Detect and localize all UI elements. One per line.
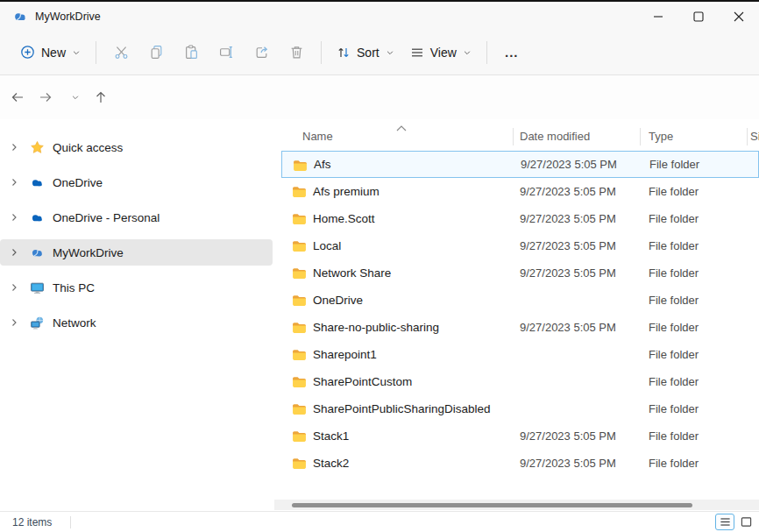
sidebar-item-quick-access[interactable]: Quick access: [0, 134, 273, 160]
folder-icon: [292, 320, 307, 335]
sort-button[interactable]: Sort: [329, 37, 402, 68]
file-date-modified: 9/27/2023 5:05 PM: [520, 212, 616, 225]
scrollbar-thumb[interactable]: [292, 503, 692, 507]
chevron-right-icon[interactable]: [9, 282, 19, 293]
file-name: SharePointPublicSharingDisabled: [313, 402, 491, 415]
folder-icon: [292, 184, 307, 199]
main-area: Quick access OneDrive OneDrive - Persona…: [0, 119, 759, 513]
plus-circle-icon: [20, 45, 35, 60]
sidebar-item-label: OneDrive: [53, 176, 103, 189]
chevron-right-icon[interactable]: [9, 142, 19, 153]
file-row[interactable]: Afs 9/27/2023 5:05 PM File folder: [281, 151, 759, 178]
file-name: Local: [313, 239, 341, 252]
cut-button[interactable]: [103, 37, 138, 68]
forward-button[interactable]: [33, 85, 58, 110]
file-row[interactable]: Local 9/27/2023 5:05 PM File folder: [281, 232, 759, 259]
sidebar-item-myworkdrive[interactable]: MyWorkDrive: [0, 239, 273, 266]
column-divider[interactable]: [640, 128, 641, 145]
file-row[interactable]: OneDrive File folder: [281, 287, 759, 314]
file-row[interactable]: Share-no-public-sharing 9/27/2023 5:05 P…: [281, 314, 759, 341]
file-date-modified: 9/27/2023 5:05 PM: [520, 185, 616, 198]
window-controls: [638, 4, 759, 30]
myworkdrive-app-icon: [12, 9, 28, 25]
sort-button-label: Sort: [357, 46, 380, 60]
file-type: File folder: [649, 375, 699, 388]
file-row[interactable]: Stack2 9/27/2023 5:05 PM File folder: [281, 450, 759, 477]
file-type: File folder: [649, 321, 699, 334]
column-header-type[interactable]: Type: [649, 130, 673, 143]
sidebar-item-this-pc[interactable]: This PC: [0, 274, 273, 301]
arrow-right-icon: [39, 90, 53, 104]
minimize-icon: [653, 11, 663, 22]
file-date-modified: 9/27/2023 5:05 PM: [520, 457, 616, 470]
copy-button[interactable]: [138, 37, 174, 68]
details-view-toggle[interactable]: [715, 514, 734, 530]
file-name: Stack2: [313, 457, 349, 470]
thumbnail-view-toggle[interactable]: [736, 514, 755, 530]
file-name: SharePointCustom: [313, 375, 412, 388]
share-icon: [254, 45, 269, 60]
arrow-left-icon: [11, 90, 25, 104]
cut-icon: [114, 45, 129, 60]
file-type: File folder: [649, 402, 699, 415]
myworkdrive-cloud-icon: [30, 245, 45, 260]
file-type: File folder: [649, 457, 699, 470]
thumbnail-view-icon: [741, 516, 752, 528]
file-row[interactable]: Afs premium 9/27/2023 5:05 PM File folde…: [281, 178, 759, 205]
sidebar-item-onedrive-personal[interactable]: OneDrive - Personal: [0, 204, 273, 231]
file-row[interactable]: Home.Scott 9/27/2023 5:05 PM File folder: [281, 205, 759, 232]
back-button[interactable]: [5, 85, 30, 110]
column-divider[interactable]: [747, 128, 748, 145]
column-header-date-modified[interactable]: Date modified: [520, 130, 590, 143]
folder-icon: [292, 238, 307, 253]
file-row[interactable]: SharePointPublicSharingDisabled File fol…: [281, 395, 759, 422]
more-options-button[interactable]: ...: [494, 37, 529, 68]
view-button-label: View: [430, 46, 457, 60]
file-row[interactable]: Sharepoint1 File folder: [281, 341, 759, 368]
folder-icon: [292, 347, 307, 362]
details-view-icon: [720, 516, 731, 528]
copy-icon: [149, 45, 164, 60]
chevron-right-icon[interactable]: [9, 177, 19, 188]
file-row[interactable]: SharePointCustom File folder: [281, 368, 759, 395]
file-name: OneDrive: [313, 294, 363, 307]
column-divider[interactable]: [513, 128, 514, 145]
new-button[interactable]: New: [12, 37, 89, 68]
horizontal-scrollbar[interactable]: [274, 500, 759, 510]
chevron-right-icon[interactable]: [9, 247, 19, 258]
file-type: File folder: [649, 294, 699, 307]
arrow-up-icon: [94, 90, 108, 104]
navigation-bar: MyWorkDrive: [0, 75, 759, 119]
share-button[interactable]: [244, 37, 279, 68]
sidebar-item-onedrive[interactable]: OneDrive: [0, 169, 273, 195]
column-header-name[interactable]: Name: [302, 130, 333, 143]
rename-icon: [219, 45, 234, 60]
paste-button[interactable]: [174, 37, 209, 68]
titlebar: MyWorkDrive: [0, 4, 759, 30]
rename-button[interactable]: [209, 37, 244, 68]
maximize-button[interactable]: [678, 4, 719, 30]
file-row[interactable]: Stack1 9/27/2023 5:05 PM File folder: [281, 422, 759, 450]
view-button[interactable]: View: [402, 37, 479, 68]
file-name: Share-no-public-sharing: [313, 321, 439, 334]
sidebar-item-label: This PC: [53, 281, 95, 294]
recent-locations-button[interactable]: [63, 85, 88, 110]
file-row[interactable]: Network Share 9/27/2023 5:05 PM File fol…: [281, 259, 759, 287]
chevron-right-icon[interactable]: [9, 212, 19, 223]
file-type: File folder: [649, 158, 699, 171]
chevron-right-icon[interactable]: [9, 317, 19, 328]
trash-icon: [289, 45, 304, 60]
folder-icon: [292, 211, 307, 226]
delete-button[interactable]: [279, 37, 314, 68]
chevron-down-icon: [386, 48, 394, 57]
file-type: File folder: [649, 185, 699, 198]
close-button[interactable]: [719, 4, 759, 30]
column-header-size[interactable]: Si: [750, 130, 759, 143]
folder-icon: [292, 293, 307, 308]
computer-icon: [30, 280, 45, 295]
sidebar-item-label: MyWorkDrive: [53, 246, 124, 259]
file-name: Sharepoint1: [313, 348, 377, 361]
minimize-button[interactable]: [638, 4, 678, 30]
sidebar-item-network[interactable]: Network: [0, 309, 273, 336]
up-button[interactable]: [89, 85, 113, 110]
